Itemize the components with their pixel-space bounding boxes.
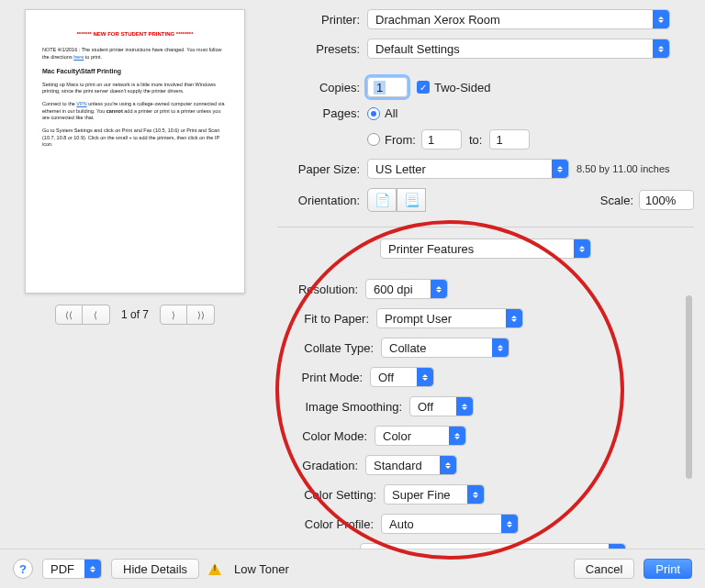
- image-smoothing-select[interactable]: Off: [409, 396, 474, 416]
- orientation-portrait-button[interactable]: 📄: [367, 188, 397, 212]
- presets-label: Presets:: [277, 42, 360, 56]
- paper-size-note: 8.50 by 11.00 inches: [576, 163, 670, 174]
- pages-all-label: All: [385, 106, 397, 120]
- divider: [277, 227, 694, 227]
- scale-input[interactable]: 100%: [639, 190, 694, 210]
- person-portrait-icon: 📄: [375, 193, 390, 207]
- copies-label: Copies:: [277, 81, 360, 94]
- first-page-button[interactable]: ⟨⟨: [55, 305, 83, 325]
- resolution-select[interactable]: 600 dpi: [365, 279, 448, 299]
- prev-page-button[interactable]: ⟨: [83, 305, 110, 325]
- two-sided-checkbox[interactable]: ✓: [417, 81, 430, 94]
- preview-banner: ******* NEW FOR STUDENT PRINTING *******…: [42, 30, 228, 38]
- collate-type-select[interactable]: Collate: [381, 338, 509, 358]
- print-mode-select[interactable]: Off: [370, 367, 434, 387]
- last-page-button[interactable]: ⟩⟩: [187, 305, 215, 325]
- pages-all-radio[interactable]: [367, 107, 380, 120]
- page-navigator: ⟨⟨ ⟨ 1 of 7 ⟩ ⟩⟩: [55, 305, 215, 325]
- color-profile-select[interactable]: Auto: [381, 514, 519, 534]
- pdf-menu-button[interactable]: PDF: [42, 559, 102, 579]
- options-section-select[interactable]: Printer Features: [380, 239, 591, 259]
- paper-size-select[interactable]: US Letter: [367, 159, 569, 179]
- cancel-button[interactable]: Cancel: [574, 559, 634, 579]
- pages-from-label: From:: [385, 133, 416, 147]
- print-button[interactable]: Print: [643, 559, 692, 579]
- low-toner-label: Low Toner: [234, 562, 289, 576]
- paper-size-label: Paper Size:: [277, 162, 360, 176]
- copies-input[interactable]: 1: [367, 77, 408, 97]
- next-page-button[interactable]: ⟩: [160, 305, 187, 325]
- page-indicator: 1 of 7: [121, 308, 149, 321]
- gradation-select[interactable]: Standard: [365, 455, 457, 475]
- pages-from-input[interactable]: 1: [421, 129, 462, 150]
- hide-details-button[interactable]: Hide Details: [111, 559, 199, 579]
- person-landscape-icon: 📃: [404, 193, 420, 207]
- orientation-label: Orientation:: [277, 194, 360, 207]
- color-mode-select[interactable]: Color: [375, 426, 466, 446]
- printer-features-panel: Resolution: 600 dpi Fit to Paper: Prompt…: [277, 268, 694, 549]
- two-sided-label: Two-Sided: [434, 81, 490, 94]
- pages-label: Pages:: [277, 106, 360, 120]
- orientation-landscape-button[interactable]: 📃: [397, 188, 426, 212]
- dithering-select[interactable]: Auto: [360, 543, 626, 549]
- pages-to-label: to:: [469, 133, 482, 147]
- pages-from-radio[interactable]: [367, 133, 380, 146]
- warning-icon: [208, 562, 221, 575]
- print-preview-page: ******* NEW FOR STUDENT PRINTING *******…: [25, 9, 245, 294]
- scrollbar[interactable]: [686, 295, 692, 479]
- help-button[interactable]: ?: [13, 559, 33, 579]
- color-setting-select[interactable]: Super Fine: [384, 484, 485, 505]
- printer-label: Printer:: [277, 13, 360, 27]
- fit-to-paper-select[interactable]: Prompt User: [376, 308, 523, 328]
- printer-select[interactable]: Drachman Xerox Room: [367, 9, 670, 29]
- preview-heading: Mac Faculty\Staff Printing: [42, 67, 228, 76]
- presets-select[interactable]: Default Settings: [367, 39, 670, 59]
- preview-note: NOTE 4/1/2016 : The student printer inst…: [42, 47, 228, 61]
- pages-to-input[interactable]: 1: [489, 129, 530, 150]
- scale-label: Scale:: [600, 194, 633, 207]
